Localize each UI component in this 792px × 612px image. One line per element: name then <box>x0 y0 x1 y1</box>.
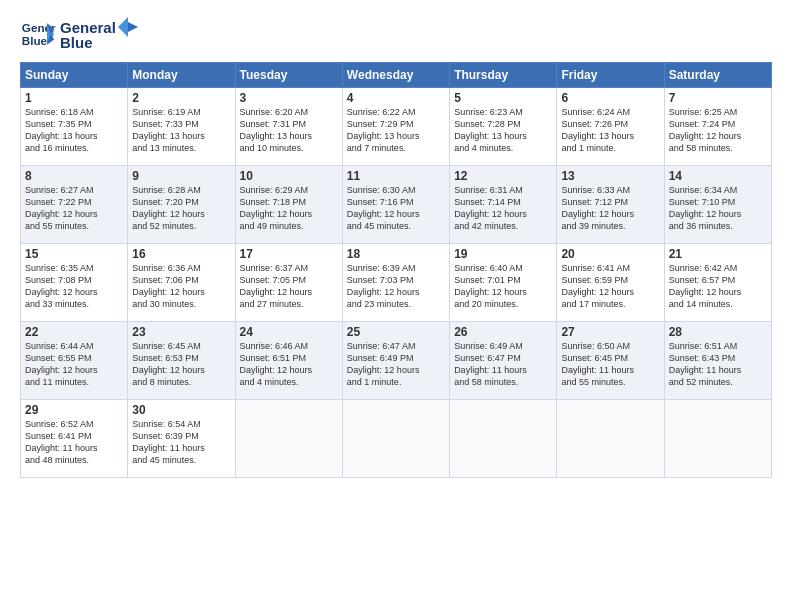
calendar-cell <box>664 400 771 478</box>
day-info: Sunrise: 6:44 AM Sunset: 6:55 PM Dayligh… <box>25 340 123 389</box>
calendar-cell: 8Sunrise: 6:27 AM Sunset: 7:22 PM Daylig… <box>21 166 128 244</box>
calendar-cell: 18Sunrise: 6:39 AM Sunset: 7:03 PM Dayli… <box>342 244 449 322</box>
calendar-cell: 11Sunrise: 6:30 AM Sunset: 7:16 PM Dayli… <box>342 166 449 244</box>
day-info: Sunrise: 6:37 AM Sunset: 7:05 PM Dayligh… <box>240 262 338 311</box>
calendar-header-friday: Friday <box>557 63 664 88</box>
day-info: Sunrise: 6:49 AM Sunset: 6:47 PM Dayligh… <box>454 340 552 389</box>
day-number: 2 <box>132 91 230 105</box>
day-number: 5 <box>454 91 552 105</box>
day-info: Sunrise: 6:47 AM Sunset: 6:49 PM Dayligh… <box>347 340 445 389</box>
calendar-header-sunday: Sunday <box>21 63 128 88</box>
calendar-cell: 6Sunrise: 6:24 AM Sunset: 7:26 PM Daylig… <box>557 88 664 166</box>
calendar-cell: 22Sunrise: 6:44 AM Sunset: 6:55 PM Dayli… <box>21 322 128 400</box>
calendar-cell: 12Sunrise: 6:31 AM Sunset: 7:14 PM Dayli… <box>450 166 557 244</box>
svg-marker-4 <box>118 17 128 37</box>
day-number: 23 <box>132 325 230 339</box>
calendar-cell: 13Sunrise: 6:33 AM Sunset: 7:12 PM Dayli… <box>557 166 664 244</box>
calendar-header-thursday: Thursday <box>450 63 557 88</box>
calendar-cell: 30Sunrise: 6:54 AM Sunset: 6:39 PM Dayli… <box>128 400 235 478</box>
calendar-cell: 2Sunrise: 6:19 AM Sunset: 7:33 PM Daylig… <box>128 88 235 166</box>
day-info: Sunrise: 6:41 AM Sunset: 6:59 PM Dayligh… <box>561 262 659 311</box>
calendar-cell: 19Sunrise: 6:40 AM Sunset: 7:01 PM Dayli… <box>450 244 557 322</box>
calendar-week-1: 1Sunrise: 6:18 AM Sunset: 7:35 PM Daylig… <box>21 88 772 166</box>
day-info: Sunrise: 6:40 AM Sunset: 7:01 PM Dayligh… <box>454 262 552 311</box>
page-header: General Blue General Blue <box>20 16 772 52</box>
svg-text:Blue: Blue <box>22 34 48 47</box>
calendar-cell: 24Sunrise: 6:46 AM Sunset: 6:51 PM Dayli… <box>235 322 342 400</box>
calendar-cell: 20Sunrise: 6:41 AM Sunset: 6:59 PM Dayli… <box>557 244 664 322</box>
calendar-cell: 5Sunrise: 6:23 AM Sunset: 7:28 PM Daylig… <box>450 88 557 166</box>
calendar-cell <box>557 400 664 478</box>
day-number: 10 <box>240 169 338 183</box>
day-number: 27 <box>561 325 659 339</box>
day-number: 24 <box>240 325 338 339</box>
day-number: 15 <box>25 247 123 261</box>
calendar-cell: 15Sunrise: 6:35 AM Sunset: 7:08 PM Dayli… <box>21 244 128 322</box>
calendar-cell: 29Sunrise: 6:52 AM Sunset: 6:41 PM Dayli… <box>21 400 128 478</box>
day-info: Sunrise: 6:29 AM Sunset: 7:18 PM Dayligh… <box>240 184 338 233</box>
day-number: 16 <box>132 247 230 261</box>
calendar-cell: 23Sunrise: 6:45 AM Sunset: 6:53 PM Dayli… <box>128 322 235 400</box>
day-number: 14 <box>669 169 767 183</box>
calendar-cell: 25Sunrise: 6:47 AM Sunset: 6:49 PM Dayli… <box>342 322 449 400</box>
calendar-header-monday: Monday <box>128 63 235 88</box>
day-number: 19 <box>454 247 552 261</box>
day-info: Sunrise: 6:33 AM Sunset: 7:12 PM Dayligh… <box>561 184 659 233</box>
day-info: Sunrise: 6:28 AM Sunset: 7:20 PM Dayligh… <box>132 184 230 233</box>
calendar-cell: 16Sunrise: 6:36 AM Sunset: 7:06 PM Dayli… <box>128 244 235 322</box>
day-info: Sunrise: 6:20 AM Sunset: 7:31 PM Dayligh… <box>240 106 338 155</box>
calendar-cell: 26Sunrise: 6:49 AM Sunset: 6:47 PM Dayli… <box>450 322 557 400</box>
calendar-week-4: 22Sunrise: 6:44 AM Sunset: 6:55 PM Dayli… <box>21 322 772 400</box>
day-number: 21 <box>669 247 767 261</box>
day-info: Sunrise: 6:39 AM Sunset: 7:03 PM Dayligh… <box>347 262 445 311</box>
day-number: 26 <box>454 325 552 339</box>
day-info: Sunrise: 6:19 AM Sunset: 7:33 PM Dayligh… <box>132 106 230 155</box>
calendar-table: SundayMondayTuesdayWednesdayThursdayFrid… <box>20 62 772 478</box>
day-number: 17 <box>240 247 338 261</box>
day-info: Sunrise: 6:30 AM Sunset: 7:16 PM Dayligh… <box>347 184 445 233</box>
calendar-cell: 28Sunrise: 6:51 AM Sunset: 6:43 PM Dayli… <box>664 322 771 400</box>
calendar-week-3: 15Sunrise: 6:35 AM Sunset: 7:08 PM Dayli… <box>21 244 772 322</box>
calendar-cell: 27Sunrise: 6:50 AM Sunset: 6:45 PM Dayli… <box>557 322 664 400</box>
calendar-cell: 3Sunrise: 6:20 AM Sunset: 7:31 PM Daylig… <box>235 88 342 166</box>
day-number: 1 <box>25 91 123 105</box>
day-number: 13 <box>561 169 659 183</box>
day-info: Sunrise: 6:36 AM Sunset: 7:06 PM Dayligh… <box>132 262 230 311</box>
calendar-header-saturday: Saturday <box>664 63 771 88</box>
day-info: Sunrise: 6:42 AM Sunset: 6:57 PM Dayligh… <box>669 262 767 311</box>
day-number: 20 <box>561 247 659 261</box>
day-info: Sunrise: 6:54 AM Sunset: 6:39 PM Dayligh… <box>132 418 230 467</box>
calendar-cell: 21Sunrise: 6:42 AM Sunset: 6:57 PM Dayli… <box>664 244 771 322</box>
calendar-week-2: 8Sunrise: 6:27 AM Sunset: 7:22 PM Daylig… <box>21 166 772 244</box>
calendar-cell: 17Sunrise: 6:37 AM Sunset: 7:05 PM Dayli… <box>235 244 342 322</box>
logo-text: General <box>60 19 116 36</box>
calendar-cell: 4Sunrise: 6:22 AM Sunset: 7:29 PM Daylig… <box>342 88 449 166</box>
day-info: Sunrise: 6:52 AM Sunset: 6:41 PM Dayligh… <box>25 418 123 467</box>
day-info: Sunrise: 6:50 AM Sunset: 6:45 PM Dayligh… <box>561 340 659 389</box>
calendar-cell <box>450 400 557 478</box>
calendar-cell: 1Sunrise: 6:18 AM Sunset: 7:35 PM Daylig… <box>21 88 128 166</box>
svg-marker-5 <box>128 22 138 32</box>
day-info: Sunrise: 6:35 AM Sunset: 7:08 PM Dayligh… <box>25 262 123 311</box>
day-info: Sunrise: 6:18 AM Sunset: 7:35 PM Dayligh… <box>25 106 123 155</box>
day-info: Sunrise: 6:25 AM Sunset: 7:24 PM Dayligh… <box>669 106 767 155</box>
day-number: 3 <box>240 91 338 105</box>
calendar-cell: 14Sunrise: 6:34 AM Sunset: 7:10 PM Dayli… <box>664 166 771 244</box>
calendar-cell: 10Sunrise: 6:29 AM Sunset: 7:18 PM Dayli… <box>235 166 342 244</box>
calendar-header-row: SundayMondayTuesdayWednesdayThursdayFrid… <box>21 63 772 88</box>
day-info: Sunrise: 6:51 AM Sunset: 6:43 PM Dayligh… <box>669 340 767 389</box>
day-info: Sunrise: 6:23 AM Sunset: 7:28 PM Dayligh… <box>454 106 552 155</box>
day-number: 29 <box>25 403 123 417</box>
day-info: Sunrise: 6:24 AM Sunset: 7:26 PM Dayligh… <box>561 106 659 155</box>
day-info: Sunrise: 6:34 AM Sunset: 7:10 PM Dayligh… <box>669 184 767 233</box>
day-info: Sunrise: 6:46 AM Sunset: 6:51 PM Dayligh… <box>240 340 338 389</box>
logo: General Blue General Blue <box>20 16 140 52</box>
day-number: 4 <box>347 91 445 105</box>
day-info: Sunrise: 6:22 AM Sunset: 7:29 PM Dayligh… <box>347 106 445 155</box>
calendar-header-wednesday: Wednesday <box>342 63 449 88</box>
day-number: 11 <box>347 169 445 183</box>
day-number: 9 <box>132 169 230 183</box>
day-number: 7 <box>669 91 767 105</box>
calendar-cell <box>235 400 342 478</box>
calendar-cell: 9Sunrise: 6:28 AM Sunset: 7:20 PM Daylig… <box>128 166 235 244</box>
